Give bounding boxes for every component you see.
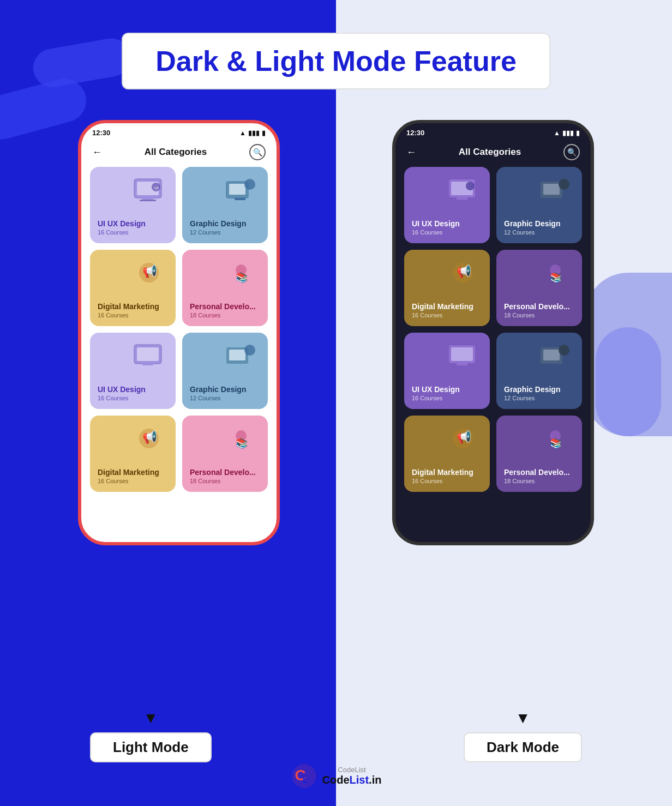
svg-rect-2 [142, 197, 153, 200]
phone-notch-dark [455, 123, 531, 140]
back-arrow-dark[interactable]: ← [406, 147, 416, 158]
svg-rect-37 [457, 363, 467, 365]
page-title: Dark & Light Mode Feature [155, 45, 517, 77]
icon-personal-light: 📚 [222, 257, 260, 290]
card-personal-light[interactable]: 📚 Personal Develo... 18 Courses [182, 250, 268, 326]
card-subtitle-marketing-dark: 16 Courses [412, 312, 482, 318]
card-subtitle-marketing2-dark: 16 Courses [412, 478, 482, 484]
card-title-uiux-dark: UI UX Design [412, 219, 482, 228]
card-title-marketing-light: Digital Marketing [98, 302, 168, 311]
wifi-icon: ▲ [239, 129, 246, 137]
card-graphic2-light[interactable]: Graphic Design 12 Courses [182, 333, 268, 409]
time-dark: 12:30 [406, 129, 424, 137]
phones-container: 12:30 ▲ ▮▮▮ ▮ ← All Categories 🔍 [0, 120, 672, 545]
card-title-uiux-light: UI UX Design [98, 219, 168, 228]
card-subtitle-graphic2-light: 12 Courses [190, 395, 260, 401]
card-subtitle-personal2-light: 18 Courses [190, 478, 260, 484]
status-icons-light: ▲ ▮▮▮ ▮ [239, 129, 266, 137]
icon-uiux-dark [444, 175, 482, 207]
icon-graphic-light [222, 175, 260, 207]
svg-text:📚: 📚 [236, 272, 248, 284]
card-subtitle-marketing-light: 16 Courses [98, 312, 168, 318]
svg-text:📚: 📚 [550, 272, 562, 284]
title-highlight: Feature [414, 45, 517, 77]
battery-icon-dark: ▮ [576, 129, 580, 137]
card-title-personal2-dark: Personal Develo... [504, 468, 574, 477]
svg-point-40 [559, 345, 569, 356]
phone-notch-light [141, 123, 217, 140]
back-arrow-light[interactable]: ← [92, 147, 102, 158]
battery-icon: ▮ [262, 129, 266, 137]
card-title-graphic-light: Graphic Design [190, 219, 260, 228]
card-title-uiux2-light: UI UX Design [98, 385, 168, 394]
card-title-personal-light: Personal Develo... [190, 302, 260, 311]
card-uiux-light[interactable]: UI UI UX Design 16 Courses [90, 167, 176, 243]
card-graphic2-dark[interactable]: Graphic Design 12 Courses [496, 333, 582, 409]
svg-rect-18 [229, 350, 245, 360]
svg-text:📢: 📢 [457, 430, 472, 444]
icon-graphic2-light [222, 340, 260, 373]
arrow-down-light: ▼ [143, 709, 158, 727]
icon-graphic-dark [536, 175, 574, 207]
card-marketing-light[interactable]: 📢 Digital Marketing 16 Courses [90, 250, 176, 326]
phone-header-light: ← All Categories 🔍 [81, 140, 277, 167]
icon-personal2-light: 📚 [222, 423, 260, 456]
card-title-graphic-dark: Graphic Design [504, 219, 574, 228]
category-grid-light: UI UI UX Design 16 Courses [81, 167, 277, 503]
svg-text:📢: 📢 [142, 264, 158, 279]
svg-text:📢: 📢 [457, 264, 472, 279]
card-title-marketing2-light: Digital Marketing [98, 468, 168, 477]
svg-rect-26 [457, 197, 467, 200]
signal-icon: ▮▮▮ [248, 129, 260, 137]
header-title-dark: All Categories [459, 147, 521, 158]
svg-point-27 [466, 182, 475, 190]
codelist-logo-text: CodeList CodeList.in [322, 766, 382, 786]
dark-mode-section: ▼ Dark Mode [464, 709, 582, 762]
codelist-logo-icon: C L [291, 762, 318, 790]
card-personal-dark[interactable]: 📚 Personal Develo... 18 Courses [496, 250, 582, 326]
card-graphic-light[interactable]: Graphic Design 12 Courses [182, 167, 268, 243]
card-subtitle-graphic-dark: 12 Courses [504, 229, 574, 236]
svg-text:UI: UI [154, 185, 159, 190]
card-subtitle-graphic-light: 12 Courses [190, 229, 260, 236]
card-subtitle-personal-dark: 18 Courses [504, 312, 574, 318]
card-title-marketing-dark: Digital Marketing [412, 302, 482, 311]
light-mode-label: Light Mode [90, 732, 212, 762]
card-personal2-light[interactable]: 📚 Personal Develo... 18 Courses [182, 416, 268, 492]
icon-personal2-dark: 📚 [536, 423, 574, 456]
card-subtitle-uiux-light: 16 Courses [98, 229, 168, 236]
icon-uiux2-light [130, 340, 168, 373]
card-marketing2-dark[interactable]: 📢 Digital Marketing 16 Courses [404, 416, 490, 492]
icon-marketing2-dark: 📢 [444, 423, 482, 456]
card-title-graphic2-dark: Graphic Design [504, 385, 574, 394]
card-subtitle-personal2-dark: 18 Courses [504, 478, 574, 484]
svg-rect-16 [142, 363, 153, 365]
card-personal2-dark[interactable]: 📚 Personal Develo... 18 Courses [496, 416, 582, 492]
svg-rect-39 [543, 350, 560, 360]
card-uiux2-dark[interactable]: UI UX Design 16 Courses [404, 333, 490, 409]
svg-rect-36 [451, 347, 473, 361]
time-light: 12:30 [92, 129, 110, 137]
svg-point-19 [244, 345, 255, 356]
card-graphic-dark[interactable]: Graphic Design 12 Courses [496, 167, 582, 243]
svg-text:📚: 📚 [236, 437, 248, 449]
card-subtitle-personal-light: 18 Courses [190, 312, 260, 318]
footer-logo: C L CodeList CodeList.in [291, 762, 382, 790]
search-button-light[interactable]: 🔍 [249, 144, 266, 160]
card-title-personal-dark: Personal Develo... [504, 302, 574, 311]
card-marketing-dark[interactable]: 📢 Digital Marketing 16 Courses [404, 250, 490, 326]
card-uiux2-light[interactable]: UI UX Design 16 Courses [90, 333, 176, 409]
header-title-light: All Categories [145, 147, 207, 158]
status-icons-dark: ▲ ▮▮▮ ▮ [554, 129, 580, 137]
card-subtitle-uiux-dark: 16 Courses [412, 229, 482, 236]
signal-icon-dark: ▮▮▮ [562, 129, 574, 137]
card-subtitle-graphic2-dark: 12 Courses [504, 395, 574, 401]
svg-point-30 [559, 179, 569, 190]
search-button-dark[interactable]: 🔍 [563, 144, 580, 160]
wifi-icon-dark: ▲ [554, 129, 560, 137]
svg-text:📢: 📢 [142, 430, 158, 444]
icon-marketing-light: 📢 [130, 257, 168, 290]
card-uiux-dark[interactable]: UI UX Design 16 Courses [404, 167, 490, 243]
card-subtitle-uiux2-dark: 16 Courses [412, 395, 482, 401]
card-marketing2-light[interactable]: 📢 Digital Marketing 16 Courses [90, 416, 176, 492]
